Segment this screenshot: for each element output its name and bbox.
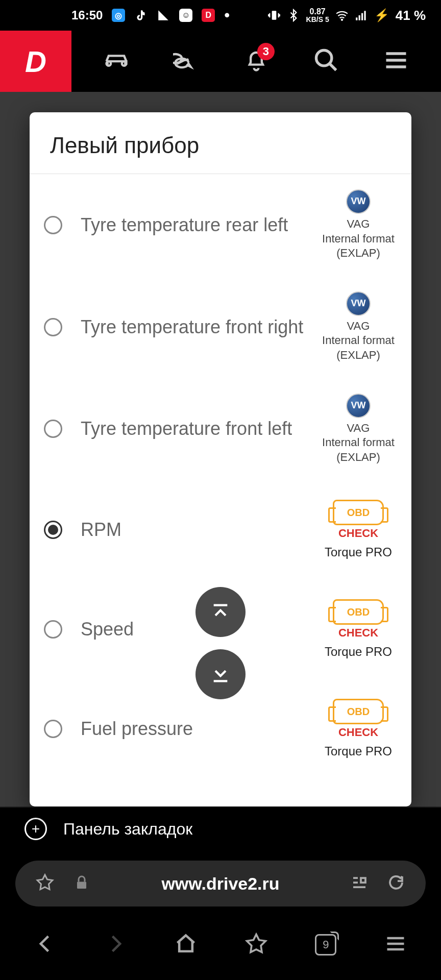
car-icon[interactable] [103, 47, 130, 76]
option-label: Tyre temperature front left [81, 418, 317, 439]
notification-badge: 3 [257, 43, 275, 60]
menu-icon[interactable] [383, 47, 409, 76]
bluetooth-icon [287, 9, 300, 22]
wifi-icon [335, 9, 349, 22]
brand-logo[interactable]: D [0, 31, 71, 92]
add-bookmark-icon[interactable]: + [24, 818, 47, 840]
radio-button[interactable] [44, 521, 62, 539]
tabs-button[interactable]: 9 [315, 934, 336, 955]
status-time: 16:50 [71, 8, 103, 22]
battery-percent: 41 % [396, 8, 426, 23]
radio-button[interactable] [44, 420, 62, 438]
svg-rect-4 [361, 13, 363, 20]
radio-button[interactable] [44, 318, 62, 336]
forward-icon[interactable] [104, 933, 127, 957]
vibrate-icon [267, 9, 281, 22]
chat-icon[interactable] [173, 47, 200, 76]
app-icon-1: ◎ [112, 9, 125, 22]
vw-logo-icon: VW [346, 189, 371, 214]
status-bar: 16:50 ◎ ☺ D • 0.87 KB/S 5 ⚡ 41 % [0, 0, 441, 31]
browser-nav: 9 [0, 917, 441, 973]
battery-lightning-icon: ⚡ [374, 8, 389, 22]
option-source: OBDCHECKTorque PRO [317, 500, 399, 560]
svg-rect-3 [358, 15, 360, 20]
signal-icon [355, 9, 368, 22]
bookmark-bar[interactable]: + Панель закладок [0, 806, 441, 850]
tiktok-icon [134, 9, 148, 22]
bookmarks-icon[interactable] [245, 933, 267, 957]
option-label: Tyre temperature rear left [81, 214, 317, 236]
bookmark-label: Панель закладок [63, 820, 192, 839]
option-source: OBDCHECKTorque PRO [317, 599, 399, 659]
browser-menu-icon[interactable] [384, 933, 407, 957]
drive2-icon: D [202, 9, 215, 22]
option-source: VWVAGInternal format(EXLAP) [317, 394, 399, 465]
url-bar[interactable]: www.drive2.ru [15, 861, 426, 906]
reader-mode-icon[interactable] [350, 873, 369, 894]
svg-rect-5 [364, 11, 365, 20]
url-text: www.drive2.ru [109, 874, 332, 894]
radio-button[interactable] [44, 620, 62, 639]
back-icon[interactable] [34, 933, 57, 957]
svg-rect-2 [356, 17, 357, 20]
app-header: D 3 [0, 31, 441, 92]
lock-icon [72, 873, 91, 894]
option-source: VWVAGInternal format(EXLAP) [317, 189, 399, 261]
notifications-icon[interactable]: 3 [243, 47, 270, 76]
home-icon[interactable] [175, 933, 197, 957]
option-label: RPM [81, 519, 317, 541]
vw-logo-icon: VW [346, 291, 371, 316]
svg-rect-0 [272, 11, 276, 19]
option-label: Tyre temperature front right [81, 316, 317, 338]
vw-logo-icon: VW [346, 394, 371, 418]
option-label: Fuel pressure [81, 718, 317, 740]
sim-icon [157, 9, 170, 22]
reload-icon[interactable] [387, 873, 405, 894]
radio-button[interactable] [44, 216, 62, 234]
option-row[interactable]: RPMOBDCHECKTorque PRO [30, 480, 411, 579]
scroll-down-button[interactable] [195, 649, 246, 699]
obd-logo-icon: OBDCHECK [333, 599, 384, 641]
gauge-selection-modal: Левый прибор Tyre temperature rear leftV… [30, 112, 411, 806]
option-source: OBDCHECKTorque PRO [317, 699, 399, 759]
modal-title: Левый прибор [30, 112, 411, 174]
option-source: VWVAGInternal format(EXLAP) [317, 291, 399, 363]
favorite-icon[interactable] [36, 873, 54, 894]
svg-rect-7 [77, 882, 86, 889]
search-icon[interactable] [313, 47, 339, 76]
network-speed: 0.87 KB/S 5 [306, 8, 329, 23]
option-row[interactable]: Tyre temperature front rightVWVAGInterna… [30, 276, 411, 378]
scroll-up-button[interactable] [195, 587, 246, 637]
notification-dot: • [224, 7, 230, 24]
obd-logo-icon: OBDCHECK [333, 699, 384, 740]
app-icon-2: ☺ [179, 9, 192, 22]
obd-logo-icon: OBDCHECK [333, 500, 384, 541]
svg-point-6 [316, 51, 331, 66]
radio-button[interactable] [44, 720, 62, 738]
option-row[interactable]: Tyre temperature front leftVWVAGInternal… [30, 378, 411, 480]
option-row[interactable]: Tyre temperature rear leftVWVAGInternal … [30, 174, 411, 276]
svg-point-1 [341, 19, 342, 20]
